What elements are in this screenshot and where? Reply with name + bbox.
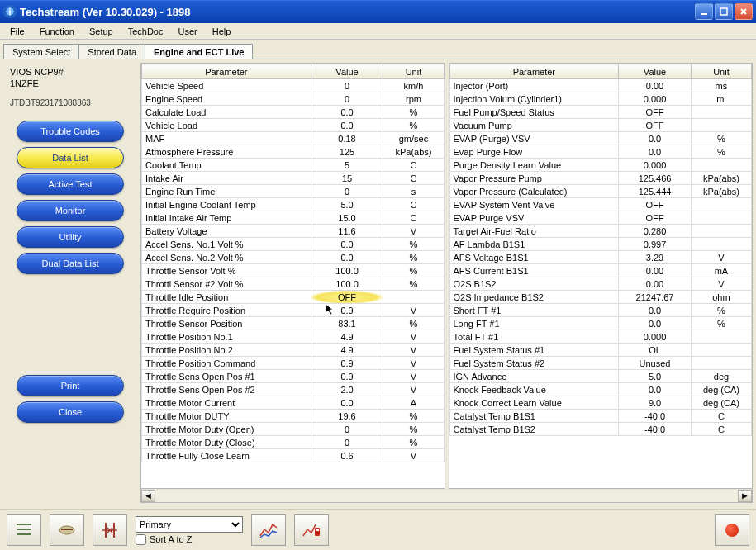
maximize-button[interactable]	[715, 3, 733, 20]
table-row[interactable]: Short FT #10.0%	[449, 304, 752, 317]
sort-a-to-z-checkbox[interactable]	[136, 534, 146, 545]
table-row[interactable]: Total FT #10.000	[449, 330, 752, 344]
tab-engine-ect-live[interactable]: Engine and ECT Live	[145, 44, 253, 59]
table-row[interactable]: Coolant Temp5C	[142, 159, 445, 172]
table-row[interactable]: Throttle Fully Close Learn0.6V	[142, 449, 445, 462]
scroll-track[interactable]	[155, 490, 738, 502]
print-button[interactable]: Print	[17, 375, 124, 396]
record-button[interactable]	[715, 514, 749, 546]
table-row[interactable]: MAF0.18gm/sec	[142, 132, 445, 145]
table-row[interactable]: Throttle Position No.14.9V	[142, 330, 445, 344]
table-row[interactable]: Throttle Motor Duty (Open)0%	[142, 423, 445, 436]
table-row[interactable]: Vacuum PumpOFF	[449, 119, 752, 132]
table-row[interactable]: Fuel System Status #2Unused	[449, 357, 752, 370]
table-row[interactable]: Engine Speed0rpm	[142, 92, 445, 106]
table-row[interactable]: Target Air-Fuel Ratio0.280	[449, 225, 752, 238]
table-row[interactable]: O2S Impedance B1S221247.67ohm	[449, 291, 752, 304]
table-row[interactable]: Throttle Motor DUTY19.6%	[142, 410, 445, 423]
table-row[interactable]: Accel Sens. No.2 Volt %0.0%	[142, 251, 445, 264]
table-row[interactable]: Fuel System Status #1OL	[449, 344, 752, 357]
trouble-codes-button[interactable]: Trouble Codes	[17, 121, 124, 142]
table-row[interactable]: EVAP System Vent ValveOFF	[449, 198, 752, 211]
minimize-button[interactable]	[695, 3, 713, 20]
table-row[interactable]: O2S B1S20.00V	[449, 277, 752, 291]
table-row[interactable]: EVAP (Purge) VSV0.0%	[449, 132, 752, 145]
col-header-value[interactable]: Value	[619, 64, 692, 79]
data-table-left[interactable]: Parameter Value Unit Vehicle Speed0km/hE…	[140, 63, 445, 489]
active-test-button[interactable]: Active Test	[17, 173, 124, 195]
menu-setup[interactable]: Setup	[83, 25, 120, 38]
close-page-button[interactable]: Close	[17, 401, 124, 423]
table-row[interactable]: Injection Volum (Cylinder1)0.000ml	[449, 92, 752, 106]
sort-a-to-z-label[interactable]: Sort A to Z	[136, 534, 243, 545]
table-row[interactable]: Purge Density Learn Value0.000	[449, 159, 752, 172]
table-row[interactable]: Throttle Sensor Volt %100.0%	[142, 264, 445, 277]
dual-data-list-button[interactable]: Dual Data List	[17, 253, 124, 274]
graph-button-1[interactable]	[251, 514, 286, 546]
filter-button[interactable]	[50, 514, 84, 546]
sort-select[interactable]: Primary	[136, 516, 243, 533]
table-row[interactable]: Initial Engine Coolant Temp5.0C	[142, 198, 445, 211]
menu-help[interactable]: Help	[206, 25, 238, 38]
table-row[interactable]: Knock Correct Learn Value9.0deg (CA)	[449, 396, 752, 410]
table-row[interactable]: Atmosphere Pressure125kPa(abs)	[142, 145, 445, 159]
table-row[interactable]: Long FT #10.0%	[449, 317, 752, 330]
data-table-right[interactable]: Parameter Value Unit Injector (Port)0.00…	[449, 63, 754, 489]
table-row[interactable]: Throttle Sensor Position83.1%	[142, 317, 445, 330]
list-view-button[interactable]	[7, 514, 41, 546]
table-row[interactable]: Calculate Load0.0%	[142, 106, 445, 119]
table-row[interactable]: IGN Advance5.0deg	[449, 370, 752, 383]
col-header-unit[interactable]: Unit	[383, 64, 444, 79]
table-row[interactable]: Evap Purge Flow0.0%	[449, 145, 752, 159]
menu-user[interactable]: User	[171, 25, 203, 38]
scroll-right-arrow[interactable]: ►	[738, 490, 752, 502]
table-row[interactable]: Intake Air15C	[142, 172, 445, 185]
table-row[interactable]: AFS Current B1S10.00mA	[449, 264, 752, 277]
table-row[interactable]: Vehicle Speed0km/h	[142, 79, 445, 92]
table-row[interactable]: Throttle Position No.24.9V	[142, 344, 445, 357]
table-row[interactable]: Vapor Pressure Pump125.466kPa(abs)	[449, 172, 752, 185]
scroll-left-arrow[interactable]: ◄	[141, 490, 155, 502]
graph-fuel-button[interactable]	[294, 514, 329, 546]
table-row[interactable]: Throttle Motor Duty (Close)0%	[142, 436, 445, 449]
table-row[interactable]: Throttle Motor Current0.0A	[142, 396, 445, 410]
cell-unit: C	[383, 211, 444, 225]
close-button[interactable]	[735, 3, 753, 20]
table-row[interactable]: Throttle Position Command0.9V	[142, 357, 445, 370]
table-row[interactable]: Initial Intake Air Temp15.0C	[142, 211, 445, 225]
table-row[interactable]: Throttle Require Position0.9V	[142, 304, 445, 317]
table-row[interactable]: Throttl Sensor #2 Volt %100.0%	[142, 277, 445, 291]
table-row[interactable]: Knock Feedback Value0.0deg (CA)	[449, 383, 752, 396]
table-row[interactable]: AF Lambda B1S10.997	[449, 238, 752, 251]
col-header-parameter[interactable]: Parameter	[449, 64, 619, 79]
table-row[interactable]: EVAP Purge VSVOFF	[449, 211, 752, 225]
table-row[interactable]: Injector (Port)0.00ms	[449, 79, 752, 92]
col-header-parameter[interactable]: Parameter	[142, 64, 311, 79]
table-row[interactable]: Battery Voltage11.6V	[142, 225, 445, 238]
table-row[interactable]: Catalyst Temp B1S2-40.0C	[449, 423, 752, 436]
table-row[interactable]: AFS Voltage B1S13.29V	[449, 251, 752, 264]
horizontal-scrollbar[interactable]: ◄ ►	[140, 489, 753, 503]
menu-function[interactable]: Function	[33, 25, 81, 38]
menu-file[interactable]: File	[3, 25, 31, 38]
table-row[interactable]: Throttle Sens Open Pos #22.0V	[142, 383, 445, 396]
table-row[interactable]: Accel Sens. No.1 Volt %0.0%	[142, 238, 445, 251]
table-row[interactable]: Engine Run Time0s	[142, 185, 445, 198]
expand-columns-button[interactable]	[93, 514, 127, 546]
table-row[interactable]: Catalyst Temp B1S1-40.0C	[449, 410, 752, 423]
col-header-unit[interactable]: Unit	[691, 64, 751, 79]
monitor-button[interactable]: Monitor	[17, 200, 124, 221]
col-header-value[interactable]: Value	[311, 64, 383, 79]
data-list-button[interactable]: Data List	[17, 147, 124, 168]
tab-system-select[interactable]: System Select	[3, 44, 79, 59]
table-row[interactable]: Throttle Idle PositionOFF	[142, 291, 445, 304]
tab-stored-data[interactable]: Stored Data	[78, 44, 145, 59]
table-row[interactable]: Fuel Pump/Speed StatusOFF	[449, 106, 752, 119]
table-row[interactable]: Throttle Sens Open Pos #10.9V	[142, 370, 445, 383]
cell-parameter: Throttle Idle Position	[142, 291, 311, 304]
table-row[interactable]: Vehicle Load0.0%	[142, 119, 445, 132]
menu-techdoc[interactable]: TechDoc	[121, 25, 170, 38]
utility-button[interactable]: Utility	[17, 226, 124, 248]
cell-value: OFF	[619, 106, 692, 119]
table-row[interactable]: Vapor Pressure (Calculated)125.444kPa(ab…	[449, 185, 752, 198]
